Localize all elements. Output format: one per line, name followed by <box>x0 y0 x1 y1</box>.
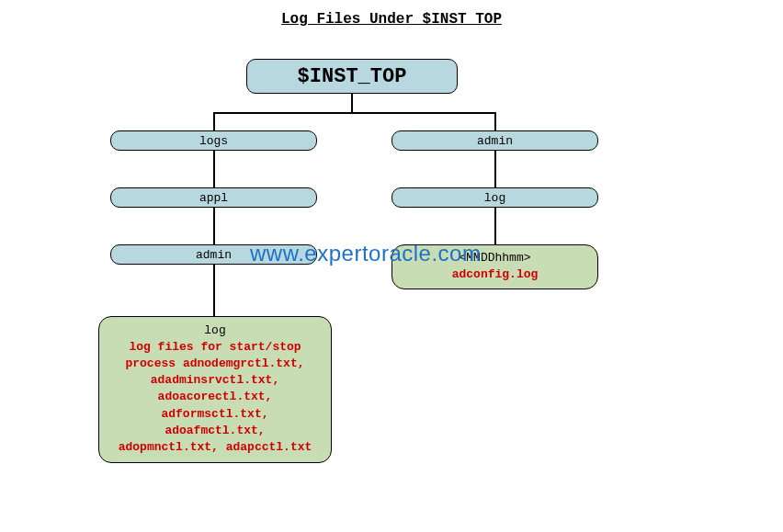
connector <box>494 112 496 130</box>
connector <box>213 208 215 244</box>
node-log-right-label: log <box>484 191 505 205</box>
node-admin-right: admin <box>392 130 598 151</box>
node-root-label: $INST_TOP <box>298 65 407 88</box>
node-log-leaf-label: log <box>204 323 225 337</box>
page-title: Log Files Under $INST TOP <box>0 11 783 28</box>
node-log-leaf: log log files for start/stop process adn… <box>98 316 332 463</box>
node-log-leaf-content: log files for start/stop process adnodem… <box>119 339 312 456</box>
connector <box>494 208 496 244</box>
node-appl: appl <box>110 187 317 208</box>
node-mmddhhmm-label: <MMDDhhmm> <box>459 251 530 265</box>
node-admin-right-label: admin <box>477 134 513 148</box>
node-logs: logs <box>110 130 317 151</box>
connector <box>213 112 496 114</box>
node-mmddhhmm: <MMDDhhmm> adconfig.log <box>392 244 598 289</box>
node-admin-left-label: admin <box>196 248 232 262</box>
connector <box>213 265 215 316</box>
node-admin-left: admin <box>110 244 317 265</box>
node-log-right: log <box>392 187 598 208</box>
connector <box>213 112 215 130</box>
node-logs-label: logs <box>199 134 228 148</box>
connector <box>213 151 215 187</box>
node-appl-label: appl <box>199 191 228 205</box>
node-mmddhhmm-content: adconfig.log <box>452 266 539 283</box>
connector <box>351 94 353 112</box>
node-root: $INST_TOP <box>246 59 458 94</box>
connector <box>494 151 496 187</box>
